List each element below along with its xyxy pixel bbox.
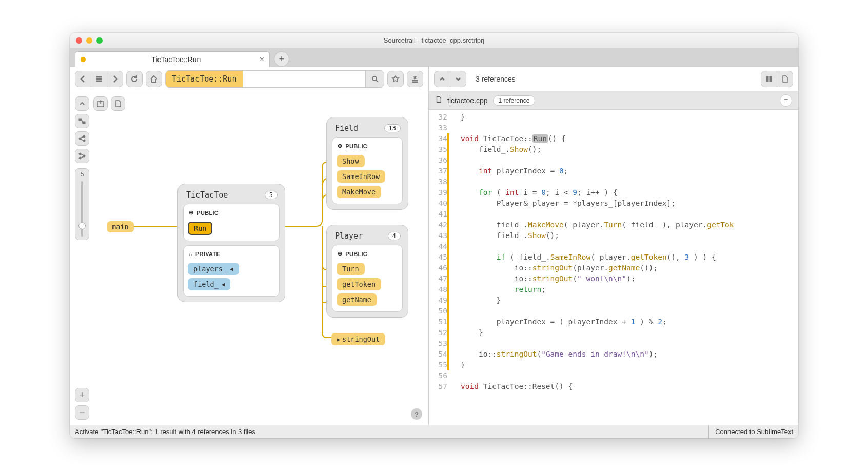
status-left: Activate "TicTacToe::Run": 1 result with… <box>75 428 255 436</box>
graph-node-stringout[interactable]: ▶stringOut <box>331 331 385 347</box>
graph-node-tictactoe[interactable]: TicTacToe 5 ⊕PUBLIC Run ⌂PRIVATE players… <box>177 184 285 302</box>
node-title: Field <box>335 124 358 133</box>
snippet-mode-button[interactable] <box>761 71 777 87</box>
file-name[interactable]: tictactoe.cpp <box>447 96 488 105</box>
bookmark-button[interactable] <box>387 71 404 87</box>
app-window: Sourcetrail - tictactoe_cpp.srctrlprj Ti… <box>70 33 798 438</box>
file-menu-button[interactable]: ≡ <box>780 94 792 107</box>
graph-panel: TicTacToe::Run 5 <box>70 67 429 425</box>
tab-active[interactable]: TicTacToe::Run × <box>75 51 270 67</box>
method-show[interactable]: Show <box>337 155 365 167</box>
node-title: Player <box>335 231 363 241</box>
lock-icon: ⌂ <box>189 251 192 257</box>
node-badge: 4 <box>388 232 401 240</box>
search-button[interactable] <box>365 71 384 87</box>
method-gettoken[interactable]: getToken <box>337 278 381 290</box>
svg-rect-4 <box>412 80 418 81</box>
graph-canvas[interactable]: 5 + − ? <box>70 91 428 425</box>
graph-toolbar: TicTacToe::Run <box>70 67 428 91</box>
svg-rect-2 <box>96 81 102 82</box>
node-badge: 13 <box>384 124 401 132</box>
globe-icon: ⊕ <box>338 250 342 257</box>
search-box[interactable]: TicTacToe::Run <box>165 70 384 88</box>
section-public: ⊕PUBLIC Turn getToken getName <box>332 245 403 312</box>
globe-icon: ⊕ <box>189 209 193 216</box>
tab-label: TicTacToe::Run <box>93 55 260 64</box>
graph-node-main[interactable]: main <box>107 221 134 232</box>
refresh-button[interactable] <box>126 71 143 87</box>
next-ref-button[interactable] <box>450 71 466 87</box>
prev-ref-button[interactable] <box>434 71 450 87</box>
method-turn[interactable]: Turn <box>337 263 365 275</box>
minimize-window-button[interactable] <box>86 37 92 44</box>
window-title: Sourcetrail - tictactoe_cpp.srctrlprj <box>70 36 798 44</box>
node-badge: 5 <box>265 191 278 199</box>
references-count: 3 references <box>476 75 516 83</box>
tab-close-button[interactable]: × <box>260 55 264 64</box>
zoom-window-button[interactable] <box>96 37 103 44</box>
status-bar: Activate "TicTacToe::Run": 1 result with… <box>70 425 798 438</box>
content: TicTacToe::Run 5 <box>70 67 798 438</box>
svg-rect-0 <box>96 76 102 77</box>
method-run[interactable]: Run <box>188 222 212 235</box>
code-panel: 3 references tictactoe.cpp 1 reference ≡… <box>429 67 798 425</box>
back-button[interactable] <box>75 71 91 87</box>
bookmarks-list-button[interactable] <box>407 71 423 87</box>
field-field[interactable]: field_◀ <box>188 278 230 290</box>
full-file-mode-button[interactable] <box>777 71 793 87</box>
svg-rect-5 <box>412 82 418 83</box>
history-list-button[interactable] <box>91 71 107 87</box>
method-getname[interactable]: getName <box>337 293 377 306</box>
file-bar: tictactoe.cpp 1 reference ≡ <box>429 91 798 110</box>
tab-add-button[interactable]: + <box>274 51 289 67</box>
method-makemove[interactable]: MakeMove <box>337 186 381 198</box>
tab-indicator-icon <box>81 57 86 62</box>
traffic-lights <box>76 37 103 44</box>
titlebar: Sourcetrail - tictactoe_cpp.srctrlprj <box>70 33 798 48</box>
graph-node-player[interactable]: Player 4 ⊕PUBLIC Turn getToken getName <box>326 225 408 318</box>
close-window-button[interactable] <box>76 37 82 44</box>
svg-rect-1 <box>96 78 102 80</box>
home-button[interactable] <box>146 71 162 87</box>
code-body[interactable]: }void TicTacToe::Run() { field_.Show(); … <box>455 110 798 425</box>
svg-rect-15 <box>766 76 768 82</box>
gutter: 3233343536373839404142434445464748495051… <box>429 110 455 425</box>
code-view[interactable]: 3233343536373839404142434445464748495051… <box>429 110 798 425</box>
file-icon <box>435 95 442 105</box>
field-players[interactable]: players_◀ <box>188 263 239 275</box>
node-title: TicTacToe <box>186 190 228 200</box>
section-private: ⌂PRIVATE players_◀ field_◀ <box>183 245 280 297</box>
graph-node-field[interactable]: Field 13 ⊕PUBLIC Show SameInRow MakeMove <box>326 117 408 210</box>
graph: main TicTacToe 5 ⊕PUBLIC Run <box>70 91 428 425</box>
section-public: ⊕PUBLIC Show SameInRow MakeMove <box>332 137 403 204</box>
code-toolbar: 3 references <box>429 67 798 91</box>
globe-icon: ⊕ <box>338 143 342 149</box>
section-public: ⊕PUBLIC Run <box>183 204 280 241</box>
status-right: Connected to SublimeText <box>708 425 793 438</box>
svg-point-3 <box>372 76 377 81</box>
search-query: TicTacToe::Run <box>166 71 243 87</box>
panels: TicTacToe::Run 5 <box>70 67 798 425</box>
svg-rect-16 <box>770 76 772 82</box>
tabstrip: TicTacToe::Run × + <box>70 48 798 67</box>
history-nav <box>75 71 123 87</box>
forward-button[interactable] <box>107 71 123 87</box>
method-sameinrow[interactable]: SameInRow <box>337 170 385 183</box>
file-ref-chip: 1 reference <box>493 95 536 106</box>
